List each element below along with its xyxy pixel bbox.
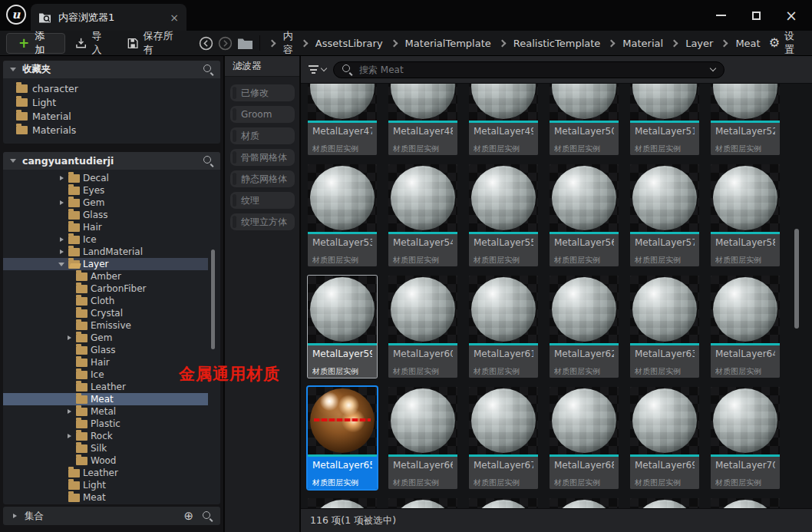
expander-icon[interactable] xyxy=(65,345,73,355)
collections-bar[interactable]: 集合 ⊕ xyxy=(3,507,220,525)
asset-tile-metallayer49[interactable]: MetalLayer49 材质图层实例 xyxy=(469,84,538,155)
tree-item-glass[interactable]: Glass xyxy=(3,344,208,356)
tree-item-carbonfiber[interactable]: CarbonFiber xyxy=(3,283,208,295)
tree-item-landmaterial[interactable]: LandMaterial xyxy=(3,246,208,258)
breadcrumb-item-material[interactable]: Material xyxy=(617,38,668,49)
maximize-button[interactable] xyxy=(738,0,774,31)
asset-tile-metallayer47[interactable]: MetalLayer47 材质图层实例 xyxy=(308,84,377,155)
expander-icon[interactable] xyxy=(65,456,73,465)
tree-item-leather[interactable]: Leather xyxy=(3,381,208,393)
asset-tile-metallayer55[interactable]: MetalLayer55 材质图层实例 xyxy=(469,164,538,266)
search-icon[interactable] xyxy=(203,156,213,166)
expander-icon[interactable] xyxy=(65,395,73,404)
tree-scrollbar-thumb[interactable] xyxy=(211,249,215,349)
asset-search-box[interactable] xyxy=(333,61,725,78)
favorites-header[interactable]: 收藏夹 xyxy=(3,61,220,78)
tree-item-crystal[interactable]: Crystal xyxy=(3,307,208,319)
asset-search-input[interactable] xyxy=(358,64,705,76)
asset-tile-metallayer59[interactable]: MetalLayer59 材质图层实例 xyxy=(308,276,377,378)
asset-tile-metallayer70[interactable]: MetalLayer70 材质图层实例 xyxy=(711,387,780,489)
filter-pill-骨骼网格体[interactable]: 骨骼网格体 xyxy=(230,149,295,166)
tree-item-rock[interactable]: Rock xyxy=(3,430,208,442)
tree-item-hair[interactable]: Hair xyxy=(3,356,208,368)
asset-tile-metallayer61[interactable]: MetalLayer61 材质图层实例 xyxy=(469,276,538,378)
favorites-item-character[interactable]: character xyxy=(3,81,220,95)
search-collections-icon[interactable] xyxy=(203,511,213,521)
tree-item-layer[interactable]: Layer xyxy=(3,258,208,270)
expander-icon[interactable] xyxy=(65,333,73,342)
add-collection-icon[interactable]: ⊕ xyxy=(183,511,193,522)
tree-item-ice[interactable]: Ice xyxy=(3,233,208,246)
breadcrumb-item-realistictemplate[interactable]: RealisticTemplate xyxy=(508,38,606,49)
breadcrumb-item-meat[interactable]: Meat xyxy=(730,38,765,49)
tree-item-metal[interactable]: Metal xyxy=(3,405,208,418)
forward-button[interactable] xyxy=(218,36,233,51)
tree-item-decal[interactable]: Decal xyxy=(3,172,208,184)
tab-close-icon[interactable]: × xyxy=(170,12,179,23)
grid-scrollbar-thumb[interactable] xyxy=(794,229,799,329)
sources-header[interactable]: cangyuantudierji xyxy=(3,152,220,170)
search-icon[interactable] xyxy=(203,64,213,74)
asset-tile-metallayer58[interactable]: MetalLayer58 材质图层实例 xyxy=(711,164,780,266)
tree-item-leather[interactable]: Leather xyxy=(3,467,208,479)
tree-item-meat[interactable]: Meat xyxy=(3,491,208,504)
filter-pill-静态网格体[interactable]: 静态网格体 xyxy=(230,170,295,187)
close-button[interactable]: × xyxy=(774,0,809,31)
tree-item-cloth[interactable]: Cloth xyxy=(3,295,208,307)
expander-icon[interactable] xyxy=(58,173,65,183)
tree-item-hair[interactable]: Hair xyxy=(3,221,208,233)
expander-icon[interactable] xyxy=(65,444,73,453)
tree-item-gem[interactable]: Gem xyxy=(3,197,208,209)
expander-icon[interactable] xyxy=(58,481,65,490)
expander-icon[interactable] xyxy=(65,419,73,428)
expander-icon[interactable] xyxy=(65,407,73,416)
tree-item-glass[interactable]: Glass xyxy=(3,209,208,221)
filter-pill-Groom[interactable]: Groom xyxy=(230,106,295,123)
asset-tile-metallayer52[interactable]: MetalLayer52 材质图层实例 xyxy=(711,84,780,155)
expander-icon[interactable] xyxy=(58,259,65,269)
asset-tile-partial[interactable] xyxy=(308,498,377,508)
save-all-button[interactable]: 保存所有 xyxy=(120,34,188,53)
asset-tile-partial[interactable] xyxy=(469,498,538,508)
asset-tile-partial[interactable] xyxy=(550,498,619,508)
asset-tile-metallayer51[interactable]: MetalLayer51 材质图层实例 xyxy=(630,84,699,155)
asset-tile-metallayer57[interactable]: MetalLayer57 材质图层实例 xyxy=(630,164,699,266)
filter-pill-材质[interactable]: 材质 xyxy=(230,127,295,144)
asset-tile-metallayer53[interactable]: MetalLayer53 材质图层实例 xyxy=(308,164,377,266)
tree-item-light[interactable]: Light xyxy=(3,479,208,491)
expander-icon[interactable] xyxy=(58,210,65,220)
tree-item-emissive[interactable]: Emissive xyxy=(3,319,208,332)
expander-icon[interactable] xyxy=(65,431,73,441)
expander-icon[interactable] xyxy=(58,493,65,502)
tree-item-ice[interactable]: Ice xyxy=(3,368,208,381)
save-search-chevron-icon[interactable] xyxy=(710,65,716,71)
asset-tile-metallayer60[interactable]: MetalLayer60 材质图层实例 xyxy=(388,276,457,378)
asset-tile-metallayer63[interactable]: MetalLayer63 材质图层实例 xyxy=(630,276,699,378)
asset-tile-metallayer56[interactable]: MetalLayer56 材质图层实例 xyxy=(550,164,619,266)
expand-arrow-icon[interactable] xyxy=(11,511,18,520)
asset-tile-partial[interactable] xyxy=(630,498,699,508)
folder-path-icon[interactable] xyxy=(237,37,253,50)
expander-icon[interactable] xyxy=(58,247,65,256)
settings-button[interactable]: ⚙ 设置 xyxy=(769,29,806,57)
expander-icon[interactable] xyxy=(65,382,73,392)
tree-item-wood[interactable]: Wood xyxy=(3,454,208,467)
expander-icon[interactable] xyxy=(65,321,73,330)
expander-icon[interactable] xyxy=(58,186,65,195)
tree-item-eyes[interactable]: Eyes xyxy=(3,184,208,197)
expander-icon[interactable] xyxy=(65,358,73,367)
favorites-item-material[interactable]: Material xyxy=(3,109,220,123)
asset-tile-metallayer65[interactable]: MetalLayer65 材质图层实例 xyxy=(308,387,377,489)
breadcrumb-item-assetslibrary[interactable]: AssetsLibrary xyxy=(310,38,388,49)
filter-pill-纹理[interactable]: 纹理 xyxy=(230,192,295,209)
asset-tile-metallayer62[interactable]: MetalLayer62 材质图层实例 xyxy=(550,276,619,378)
asset-tile-metallayer48[interactable]: MetalLayer48 材质图层实例 xyxy=(388,84,457,155)
asset-tile-partial[interactable] xyxy=(711,498,780,508)
breadcrumb-item-layer[interactable]: Layer xyxy=(680,38,718,49)
add-button[interactable]: + 添加 xyxy=(6,33,65,54)
asset-tile-metallayer69[interactable]: MetalLayer69 材质图层实例 xyxy=(630,387,699,489)
filter-dropdown-button[interactable] xyxy=(309,65,326,74)
expander-icon[interactable] xyxy=(58,468,65,477)
favorites-item-materials[interactable]: Materials xyxy=(3,123,220,137)
expander-icon[interactable] xyxy=(65,370,73,379)
